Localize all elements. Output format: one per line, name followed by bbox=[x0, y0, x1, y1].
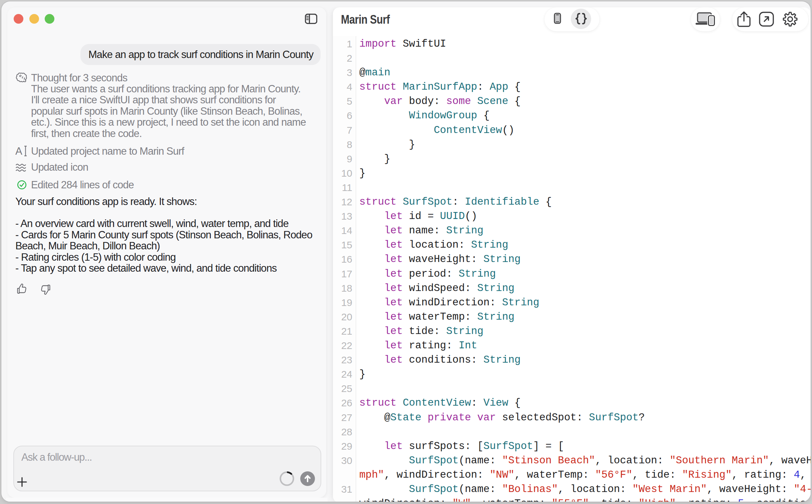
svg-text:A: A bbox=[15, 145, 22, 157]
